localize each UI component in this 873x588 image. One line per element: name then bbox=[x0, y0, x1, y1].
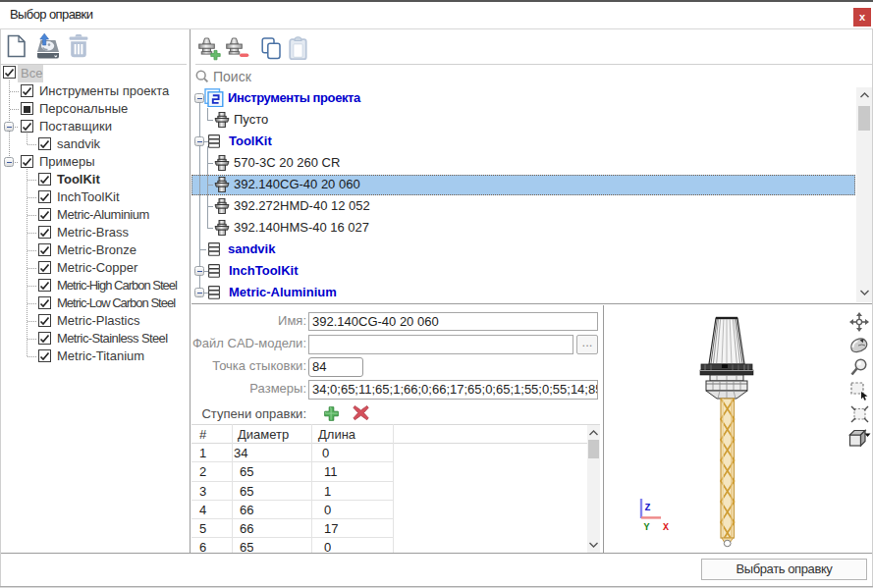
svg-text:Y: Y bbox=[644, 522, 650, 533]
svg-text:X: X bbox=[663, 522, 669, 533]
svg-text:Z: Z bbox=[645, 503, 651, 513]
